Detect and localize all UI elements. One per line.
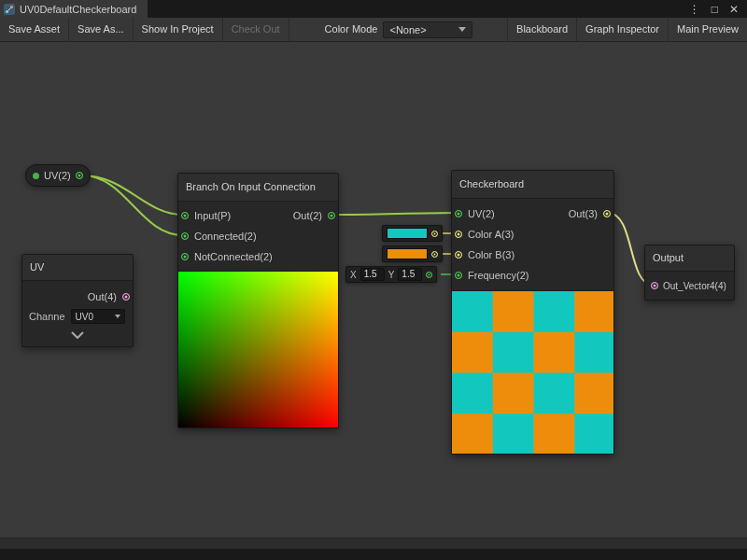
close-icon[interactable]: ✕ [729,4,739,15]
tab-title: UV0DefaultCheckerboard [20,4,136,15]
color-a-swatch[interactable] [387,228,428,239]
uv-channel-dropdown[interactable]: UV0 [71,309,125,324]
toolbar-right-group: Blackboard Graph Inspector Main Preview [507,18,747,41]
uv-pill-node[interactable]: UV(2) [25,164,91,187]
uv-channel-row: Channe UV0 [22,307,133,326]
dropdown-caret-icon [115,315,120,318]
branch-notconnected-row: NotConnected(2) [178,246,338,267]
checker-color-a-port[interactable] [455,231,462,238]
checker-frequency-port[interactable] [455,272,462,279]
output-node-title: Output [645,245,734,272]
branch-connected-label: Connected(2) [194,231,257,242]
uv-out-label: Out(4) [88,291,117,302]
output-port-label: Out_Vector4(4) [663,281,726,291]
main-preview-toggle-button[interactable]: Main Preview [668,18,747,41]
checker-color-b-label: Color B(3) [468,249,514,260]
color-a-widget-port[interactable] [431,231,438,237]
save-as-button[interactable]: Save As... [69,18,134,41]
frequency-x-field[interactable]: 1.5 [360,268,385,281]
edge-uvpill-to-connected[interactable] [82,175,183,235]
branch-notconnected-label: NotConnected(2) [194,251,273,262]
value-dot-icon [33,173,39,179]
uv-out-row: Out(4) [22,287,133,307]
color-mode-dropdown[interactable]: <None> [383,21,472,38]
window-controls: ⋮ □ ✕ [689,0,747,18]
branch-node-title: Branch On Input Connection [178,174,338,202]
frequency-x-label: X [350,270,357,280]
checkerboard-node[interactable]: Checkerboard UV(2) Color A(3) Color B(3)… [451,170,614,455]
save-asset-button[interactable]: Save Asset [0,18,69,41]
uv-node-title: UV [22,255,133,281]
frequency-widget-port[interactable] [426,272,432,278]
branch-connected-port[interactable] [181,232,189,240]
checker-color-b-row: Color B(3) [452,245,613,265]
titlebar: UV0DefaultCheckerboard ⋮ □ ✕ [0,0,747,18]
uv-pill-label: UV(2) [44,170,71,181]
checker-out-label: Out(3) [569,208,598,219]
branch-out-port[interactable] [328,212,335,219]
branch-node-body: Input(P) Connected(2) NotConnected(2) Ou… [178,202,338,271]
output-port-row: Out_Vector4(4) [645,272,734,300]
branch-out-label: Out(2) [293,210,322,221]
frequency-y-field[interactable]: 1.5 [398,268,422,281]
checkerboard-node-body: UV(2) Color A(3) Color B(3) Frequency(2)… [452,199,613,290]
checker-out-port[interactable] [603,210,611,217]
branch-out-row: Out(2) [290,205,338,226]
shader-graph-window: UV0DefaultCheckerboard ⋮ □ ✕ Save Asset … [0,0,747,560]
checker-frequency-label: Frequency(2) [468,270,529,281]
color-b-input-widget [382,245,443,262]
uv-node[interactable]: UV Out(4) Channe UV0 [21,254,134,347]
uv-node-body: Out(4) Channe UV0 [22,281,133,346]
maximize-icon[interactable]: □ [712,4,718,15]
checker-frequency-row: Frequency(2) [452,265,613,286]
uv-pill-output-port[interactable] [76,172,83,179]
branch-notconnected-port[interactable] [181,253,189,260]
uv-collapse-row [22,326,133,344]
dropdown-caret-icon [458,27,466,32]
uv-channel-label: Channe [29,311,65,322]
checker-color-a-label: Color A(3) [468,229,514,240]
graph-canvas[interactable]: UV(2) Branch On Input Connection Input(P… [0,42,747,549]
frequency-input-widget: X 1.5 Y 1.5 [345,266,437,283]
branch-input-port[interactable] [181,212,189,219]
color-mode-value: <None> [389,24,426,35]
color-b-swatch[interactable] [387,248,428,259]
color-mode-label: Color Mode [319,18,384,41]
checker-color-b-port[interactable] [455,251,462,259]
check-out-button: Check Out [223,18,289,41]
bottom-strip [0,538,747,549]
branch-input-label: Input(P) [194,210,231,221]
color-b-widget-port[interactable] [431,251,438,258]
checkerboard-node-title: Checkerboard [452,171,613,199]
checker-color-a-row: Color A(3) [452,224,613,245]
checker-uv-label: UV(2) [468,208,495,219]
branch-connected-row: Connected(2) [178,226,338,246]
shader-graph-asset-icon [4,4,15,15]
blackboard-toggle-button[interactable]: Blackboard [507,18,576,41]
edge-uvpill-to-input[interactable] [82,175,183,215]
output-node[interactable]: Output Out_Vector4(4) [644,245,735,301]
output-vector4-port[interactable] [651,282,658,289]
edge-branchout-to-checker-uv[interactable] [332,213,458,215]
uv-gradient-preview [178,271,338,427]
uv-channel-value: UV0 [76,312,93,322]
graph-tab[interactable]: UV0DefaultCheckerboard [0,0,148,18]
show-in-project-button[interactable]: Show In Project [134,18,223,41]
checkerboard-preview [452,290,613,454]
color-a-input-widget [382,225,443,242]
uv-out-port[interactable] [122,293,130,301]
graph-toolbar: Save Asset Save As... Show In Project Ch… [0,18,747,42]
branch-node[interactable]: Branch On Input Connection Input(P) Conn… [177,173,339,428]
checker-uv-port[interactable] [455,210,462,217]
checker-out-row: Out(3) [566,203,613,224]
collapse-chevron-icon[interactable] [70,331,85,339]
menu-icon[interactable]: ⋮ [689,4,700,15]
graph-inspector-toggle-button[interactable]: Graph Inspector [576,18,668,41]
frequency-y-label: Y [388,270,395,280]
